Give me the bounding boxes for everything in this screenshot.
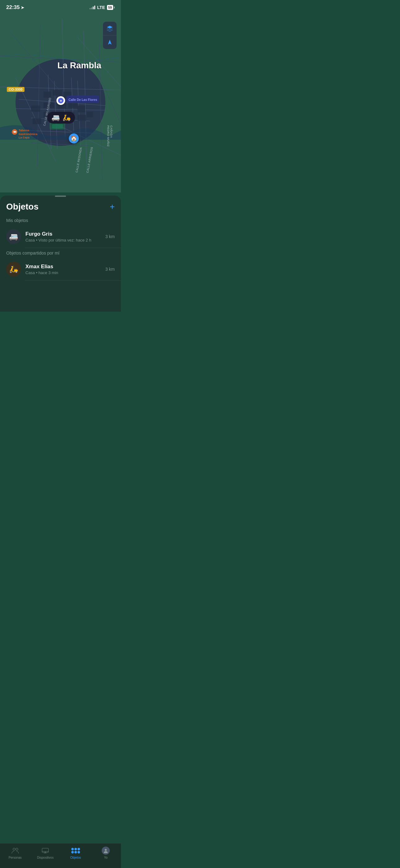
svg-rect-35 xyxy=(77,105,85,113)
xmax-icon: 🛵 xyxy=(6,262,21,277)
scooter-icon: 🛵 xyxy=(62,114,71,122)
list-item-xmax-elias[interactable]: 🛵 Xmax Elias Casa • hace 3 min 3 km xyxy=(0,258,121,280)
svg-rect-26 xyxy=(53,90,62,96)
section-header-compartidos: Objetos compartidos por mí xyxy=(0,248,121,258)
status-time: 22:35 ➤ xyxy=(6,4,24,10)
poi-taberna-label: Taberna Gastronómica La Cepa xyxy=(19,129,40,140)
layers-icon xyxy=(106,25,113,32)
time-display: 22:35 xyxy=(6,4,20,10)
battery-tip xyxy=(114,6,115,8)
section-header-mis-objetos: Mis objetos xyxy=(0,215,121,225)
home-icon: 🏠 xyxy=(70,135,77,142)
add-object-button[interactable]: + xyxy=(110,203,115,211)
divider-2 xyxy=(25,280,121,281)
location-arrow-icon: ➤ xyxy=(21,5,24,10)
street-label-canada: CAÑADA PEDRO MUÑIZ xyxy=(107,125,113,148)
flores-label: Calle De Las Flores xyxy=(69,98,97,101)
signal-bar-2 xyxy=(91,7,92,9)
furgo-distance: 3 km xyxy=(105,234,115,239)
svg-rect-36 xyxy=(87,112,93,117)
xmax-content: Xmax Elias Casa • hace 3 min xyxy=(26,264,101,275)
lte-indicator: LTE xyxy=(97,5,105,10)
home-pin[interactable]: 🏠 xyxy=(69,133,79,144)
svg-rect-37 xyxy=(33,118,41,124)
furgo-content: Furgo Gris Casa • Visto por última vez: … xyxy=(26,231,101,243)
map-layers-button[interactable] xyxy=(103,22,116,35)
svg-rect-38 xyxy=(77,115,86,121)
map-location-button[interactable] xyxy=(103,35,116,49)
signal-bar-4 xyxy=(94,6,95,9)
status-bar: 22:35 ➤ LTE 59 xyxy=(0,0,121,12)
vehicles-cluster[interactable]: 🚐 🛵 xyxy=(47,112,75,124)
map-controls[interactable] xyxy=(103,22,116,49)
sheet-header: Objetos + xyxy=(0,197,121,215)
bottom-sheet: Objetos + Mis objetos 🚐 Furgo Gris Casa … xyxy=(0,195,121,312)
battery-indicator: 59 xyxy=(107,5,115,10)
furgo-name: Furgo Gris xyxy=(26,231,101,237)
svg-rect-25 xyxy=(43,92,51,98)
status-right: LTE 59 xyxy=(90,5,115,10)
signal-bar-3 xyxy=(93,6,94,9)
location-icon xyxy=(107,39,113,45)
furgo-icon: 🚐 xyxy=(6,229,21,244)
xmax-name: Xmax Elias xyxy=(26,264,101,270)
battery-level: 59 xyxy=(107,5,113,10)
svg-rect-30 xyxy=(68,102,77,108)
sheet-title: Objetos xyxy=(6,202,38,212)
van-icon: 🚐 xyxy=(52,114,60,122)
signal-bar-1 xyxy=(90,8,91,9)
furgo-subtitle: Casa • Visto por última vez: hace 2 h xyxy=(26,238,101,243)
road-label: CO-3300 xyxy=(7,87,25,92)
poi-taberna[interactable]: 🍽 Taberna Gastronómica La Cepa xyxy=(12,129,40,140)
map-view[interactable]: CO-3300 La Rambla CALLE MILAGROSO CAÑADA… xyxy=(0,0,121,192)
svg-rect-31 xyxy=(31,105,40,112)
list-item-furgo-gris[interactable]: 🚐 Furgo Gris Casa • Visto por última vez… xyxy=(0,225,121,248)
city-name: La Rambla xyxy=(57,61,101,70)
signal-bars xyxy=(90,6,95,9)
xmax-distance: 3 km xyxy=(105,267,115,272)
xmax-subtitle: Casa • hace 3 min xyxy=(26,270,101,275)
